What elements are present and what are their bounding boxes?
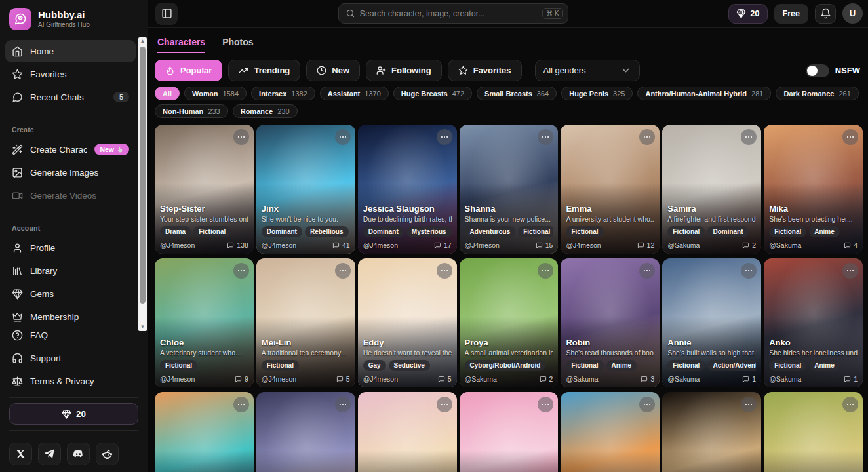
scroll-up-arrow[interactable]: ▲	[140, 37, 146, 45]
x-social-button[interactable]	[9, 442, 32, 465]
character-card-annie[interactable]: Annie She's built walls so high that... …	[662, 258, 761, 387]
tag-chip-anthro-human-animal-hybrid[interactable]: Anthro/Human-Animal Hybrid281	[637, 87, 771, 100]
character-card[interactable]	[460, 392, 559, 472]
sidebar-item-generate-images[interactable]: Generate Images	[5, 161, 136, 184]
card-menu-button[interactable]	[233, 263, 249, 279]
user-avatar[interactable]: U	[842, 3, 863, 24]
character-card-mei-lin[interactable]: Mei-Lin A traditional tea ceremony... Fi…	[256, 258, 355, 387]
card-menu-button[interactable]	[437, 397, 452, 412]
sidebar-item-terms-privacy[interactable]: Terms & Privacy	[5, 370, 142, 392]
video-icon	[12, 190, 23, 201]
ellipsis-icon	[338, 400, 347, 409]
sidebar-item-home[interactable]: Home	[5, 40, 136, 62]
sidebar-item-profile[interactable]: Profile	[5, 237, 136, 259]
filter-favorites[interactable]: Favorites	[448, 60, 522, 81]
card-menu-button[interactable]	[335, 129, 351, 145]
search-input[interactable]	[360, 9, 538, 18]
sidebar-item-membership[interactable]: Membership	[5, 305, 136, 323]
gems-balance-button[interactable]: 20	[9, 403, 138, 425]
character-card[interactable]	[256, 392, 355, 472]
tag-chip-non-human[interactable]: Non-Human233	[155, 104, 228, 118]
character-card-jessica-slaugson[interactable]: Jessica Slaugson Due to declining birth …	[358, 125, 457, 254]
card-menu-button[interactable]	[437, 263, 452, 279]
character-card-step-sister[interactable]: Step-Sister Your step-sister stumbles on…	[155, 125, 254, 254]
creator-handle[interactable]: @Sakuma	[769, 241, 801, 249]
search-box[interactable]: ⌘ K	[338, 3, 568, 24]
tag-chip-huge-penis[interactable]: Huge Penis325	[561, 87, 633, 100]
character-card-shanna[interactable]: Shanna Shanna is your new police... Adve…	[460, 125, 559, 254]
character-card-samira[interactable]: Samira A firefighter and first responde.…	[662, 125, 761, 254]
character-card-robin[interactable]: Robin She's read thousands of books... F…	[561, 258, 660, 387]
filter-new[interactable]: New	[306, 60, 360, 81]
character-card[interactable]	[764, 392, 863, 472]
creator-handle[interactable]: @Sakuma	[566, 375, 598, 383]
sidebar-item-faq[interactable]: FAQ	[5, 324, 142, 346]
character-tag: Drama	[160, 226, 191, 237]
card-menu-button[interactable]	[335, 397, 351, 412]
creator-handle[interactable]: @J4meson	[465, 241, 500, 249]
creator-handle[interactable]: @J4meson	[363, 241, 398, 249]
filter-trending[interactable]: Trending	[228, 60, 300, 81]
sidebar-item-favorites[interactable]: Favorites	[5, 63, 136, 85]
scrollbar-thumb[interactable]	[140, 47, 146, 304]
tag-chip-romance[interactable]: Romance230	[233, 104, 298, 118]
tag-chip-woman[interactable]: Woman1584	[184, 87, 247, 100]
discord-social-button[interactable]	[67, 442, 90, 465]
card-menu-button[interactable]	[437, 129, 452, 145]
tag-chip-small-breasts[interactable]: Small Breasts364	[477, 87, 557, 100]
card-menu-button[interactable]	[335, 263, 351, 279]
nsfw-toggle[interactable]	[806, 64, 829, 77]
sidebar-item-library[interactable]: Library	[5, 260, 136, 282]
creator-handle[interactable]: @Sakuma	[769, 375, 801, 383]
tab-photos[interactable]: Photos	[222, 37, 253, 53]
tag-chip-all[interactable]: All	[155, 87, 180, 100]
sidebar-item-gems[interactable]: Gems	[5, 283, 136, 305]
notifications-button[interactable]	[815, 4, 836, 24]
creator-handle[interactable]: @J4meson	[566, 241, 601, 249]
creator-handle[interactable]: @J4meson	[262, 241, 296, 249]
character-card-anko[interactable]: Anko She hides her loneliness under... F…	[764, 258, 863, 387]
reddit-social-button[interactable]	[96, 442, 119, 465]
character-card-mika[interactable]: Mika She's been protecting her... Fictio…	[764, 125, 863, 254]
creator-handle[interactable]: @J4meson	[262, 375, 296, 383]
creator-handle[interactable]: @Sakuma	[465, 375, 497, 383]
character-card-chloe[interactable]: Chloe A veterinary student who... Fictio…	[155, 258, 254, 387]
tab-characters[interactable]: Characters	[157, 37, 205, 53]
sidebar-item-recent-chats[interactable]: Recent Chats5	[5, 86, 136, 108]
brand[interactable]: Hubbby.ai AI Girlfriends Hub	[0, 0, 148, 37]
filter-following[interactable]: Following	[366, 60, 442, 81]
tag-chip-huge-breasts[interactable]: Huge Breasts472	[393, 87, 472, 100]
character-card-jinx[interactable]: Jinx She won't be nice to you. DominantR…	[256, 125, 355, 254]
character-card[interactable]	[662, 392, 761, 472]
creator-handle[interactable]: @J4meson	[160, 375, 195, 383]
sidebar-item-support[interactable]: Support	[5, 347, 142, 369]
character-name: Robin	[566, 338, 654, 347]
character-card[interactable]	[358, 392, 457, 472]
card-menu-button[interactable]	[233, 129, 249, 145]
sidebar-item-generate-videos[interactable]: Generate Videos	[5, 184, 136, 206]
gem-icon	[62, 409, 71, 419]
social-links	[5, 436, 142, 465]
character-card[interactable]	[155, 392, 254, 472]
tag-chip-assistant[interactable]: Assistant1370	[320, 87, 389, 100]
creator-handle[interactable]: @J4meson	[363, 375, 398, 383]
gender-select[interactable]: All genders	[535, 60, 640, 81]
creator-handle[interactable]: @Sakuma	[667, 241, 700, 249]
gems-counter[interactable]: 20	[728, 4, 767, 24]
sidebar-toggle-button[interactable]	[155, 3, 178, 25]
creator-handle[interactable]: @Sakuma	[667, 375, 700, 383]
character-card-proya[interactable]: Proya A small animal veterinarian in a..…	[460, 258, 559, 387]
sidebar-item-create-characters[interactable]: Create CharactersNew	[5, 138, 136, 161]
character-card-emma[interactable]: Emma A university art student who... Fic…	[561, 125, 660, 254]
filter-popular[interactable]: Popular	[155, 60, 222, 81]
tag-chip-intersex[interactable]: Intersex1382	[251, 87, 315, 100]
sidebar-scrollbar[interactable]: ▲ ▼	[138, 37, 147, 331]
telegram-social-button[interactable]	[38, 442, 61, 465]
free-plan-button[interactable]: Free	[774, 4, 808, 24]
character-card[interactable]	[561, 392, 660, 472]
character-card-eddy[interactable]: Eddy He doesn't want to reveal the... Ga…	[358, 258, 457, 387]
creator-handle[interactable]: @J4meson	[160, 241, 195, 249]
scroll-down-arrow[interactable]: ▼	[140, 323, 146, 331]
card-menu-button[interactable]	[233, 397, 249, 412]
tag-chip-dark-romance[interactable]: Dark Romance261	[776, 87, 858, 100]
